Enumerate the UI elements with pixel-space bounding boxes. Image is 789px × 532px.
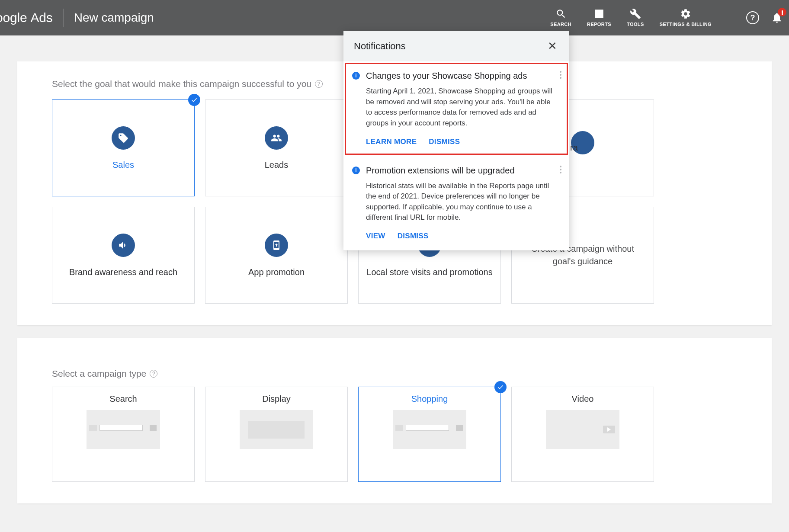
ctype-search[interactable]: Search — [52, 387, 195, 482]
goal-label: App promotion — [243, 267, 310, 277]
page-title: New campaign — [74, 11, 154, 25]
divider — [63, 9, 64, 27]
shopping-thumbnail-icon — [393, 410, 466, 449]
divider — [730, 9, 730, 27]
notification-item-2: i Promotion extensions will be upgraded … — [343, 156, 569, 251]
nav-tools[interactable]: TOOLS — [619, 0, 652, 35]
nav-settings-label: SETTINGS & BILLING — [660, 21, 712, 27]
logo-text-1: oogle — [0, 10, 27, 25]
megaphone-icon — [112, 234, 135, 257]
gear-icon — [680, 8, 691, 19]
info-icon: i — [352, 167, 360, 174]
campaign-type-heading: Select a campaign type — [52, 369, 146, 379]
help-hint-icon[interactable]: ? — [315, 80, 323, 88]
campaign-type-grid: Search Display Shopping Video — [17, 387, 689, 482]
noguide-line2: goal's guidance — [553, 256, 613, 266]
notifications-button[interactable] — [765, 0, 789, 35]
tag-icon — [112, 126, 135, 150]
logo-text-2: Ads — [31, 10, 53, 25]
help-button[interactable]: ? — [741, 0, 765, 35]
campaign-type-heading-row: Select a campaign type ? — [17, 356, 772, 387]
goal-sales[interactable]: Sales — [52, 99, 195, 196]
notification-actions: VIEW DISMISS — [366, 232, 557, 240]
info-icon: i — [352, 72, 360, 80]
notification-body: Starting April 1, 2021, Showcase Shoppin… — [366, 86, 557, 129]
nav-tools-label: TOOLS — [627, 21, 644, 27]
goals-heading: Select the goal that would make this cam… — [52, 79, 311, 89]
header-nav: SEARCH REPORTS TOOLS SETTINGS & BILLING … — [542, 0, 789, 35]
goal-leads[interactable]: Leads — [205, 99, 348, 196]
notification-item-1: i Changes to your Showcase Shopping ads … — [343, 61, 569, 156]
notifications-title: Notifications — [354, 41, 406, 52]
goal-app-promotion[interactable]: App promotion — [205, 207, 348, 304]
logo: oogle Ads — [0, 10, 53, 25]
goal-label: Brand awareness and reach — [64, 267, 183, 277]
nav-search-label: SEARCH — [550, 21, 571, 27]
nav-search[interactable]: SEARCH — [542, 0, 579, 35]
goal-label: Local store visits and promotions — [361, 267, 497, 277]
ctype-display[interactable]: Display — [205, 387, 348, 482]
dismiss-button[interactable]: DISMISS — [398, 232, 429, 240]
campaign-type-card: Select a campaign type ? Search Display … — [17, 338, 772, 503]
selected-check-icon — [494, 381, 507, 393]
view-button[interactable]: VIEW — [366, 232, 385, 240]
wrench-icon — [630, 8, 641, 19]
help-hint-icon[interactable]: ? — [150, 370, 157, 378]
nav-settings[interactable]: SETTINGS & BILLING — [652, 0, 719, 35]
close-icon[interactable]: ✕ — [546, 41, 559, 51]
top-app-bar: oogle Ads New campaign SEARCH REPORTS TO… — [0, 0, 789, 35]
ctype-label: Shopping — [411, 394, 448, 404]
notification-body: Historical stats will be available in th… — [366, 181, 557, 224]
people-icon — [265, 126, 288, 150]
notification-title: Changes to your Showcase Shopping ads — [366, 71, 557, 81]
learn-more-button[interactable]: LEARN MORE — [366, 138, 417, 146]
help-icon: ? — [746, 11, 759, 24]
selected-check-icon — [188, 94, 200, 106]
nav-reports-label: REPORTS — [587, 21, 611, 27]
ctype-label: Display — [262, 394, 291, 404]
ctype-label: Search — [109, 394, 137, 404]
display-thumbnail-icon — [240, 410, 313, 449]
nav-reports[interactable]: REPORTS — [579, 0, 619, 35]
bar-chart-icon — [593, 8, 605, 19]
video-thumbnail-icon — [546, 410, 619, 449]
ctype-shopping[interactable]: Shopping — [358, 387, 501, 482]
alert-badge-icon — [778, 8, 786, 16]
overflow-fragment: ra — [570, 143, 578, 153]
ctype-video[interactable]: Video — [511, 387, 654, 482]
more-icon[interactable] — [556, 69, 565, 80]
dismiss-button[interactable]: DISMISS — [429, 138, 460, 146]
notification-title: Promotion extensions will be upgraded — [366, 166, 557, 176]
goal-label: Sales — [107, 160, 139, 170]
notifications-header: Notifications ✕ — [343, 31, 569, 61]
ctype-label: Video — [572, 394, 594, 404]
more-icon[interactable] — [556, 164, 565, 175]
search-thumbnail-icon — [87, 410, 160, 449]
phone-download-icon — [265, 234, 288, 257]
goal-brand-awareness[interactable]: Brand awareness and reach — [52, 207, 195, 304]
search-icon — [555, 8, 567, 19]
goal-label: Leads — [260, 160, 294, 170]
notification-actions: LEARN MORE DISMISS — [366, 138, 557, 146]
notifications-panel: Notifications ✕ i Changes to your Showca… — [343, 31, 569, 250]
